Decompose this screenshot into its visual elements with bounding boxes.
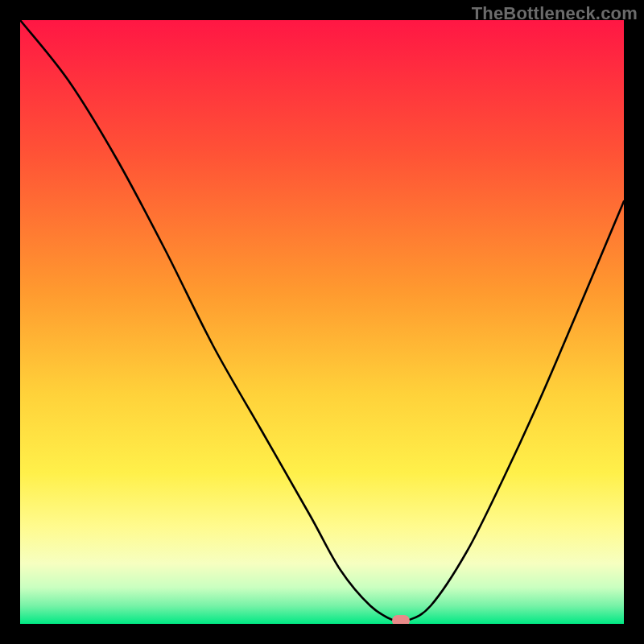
chart-frame: TheBottleneck.com [0,0,644,644]
svg-rect-0 [20,20,624,624]
gradient-background [20,20,624,624]
watermark-text: TheBottleneck.com [472,3,638,24]
plot-area [20,20,624,624]
